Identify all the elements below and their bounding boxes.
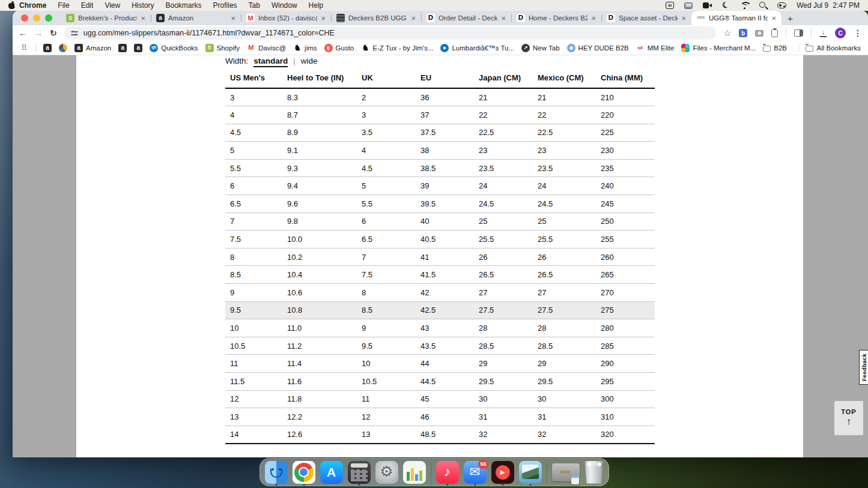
width-options: standard|wide bbox=[253, 56, 317, 67]
menu-item-view[interactable]: View bbox=[105, 1, 120, 10]
menu-item-history[interactable]: History bbox=[132, 1, 154, 10]
menu-item-bookmarks[interactable]: Bookmarks bbox=[166, 1, 202, 10]
apps-grid-icon[interactable] bbox=[20, 44, 28, 52]
bi-app-icon[interactable] bbox=[666, 2, 674, 9]
minimize-window-button[interactable] bbox=[33, 14, 40, 22]
tab-strip: SBrekken's - Products - UGG®×aAmazon×MIn… bbox=[13, 11, 868, 25]
video-camera-icon[interactable] bbox=[703, 2, 712, 8]
dock-system-settings[interactable] bbox=[375, 461, 398, 484]
side-panel-icon[interactable] bbox=[794, 29, 803, 37]
bookmark-star-icon[interactable] bbox=[723, 28, 731, 38]
dock-app-store[interactable] bbox=[320, 461, 343, 484]
bookmark-item[interactable]: qbQuickBooks bbox=[150, 44, 198, 52]
bookmark-item[interactable] bbox=[59, 44, 67, 52]
dock-preview[interactable] bbox=[519, 461, 542, 484]
dock-mail[interactable]: 56 bbox=[464, 461, 487, 484]
bookmark-item[interactable]: ♞E-Z Tux - by Jim's... bbox=[361, 44, 433, 52]
bookmark-item[interactable]: SShopify bbox=[205, 44, 240, 52]
feedback-tab[interactable]: Feedback bbox=[859, 350, 868, 385]
tab-close-icon[interactable]: × bbox=[321, 14, 326, 23]
back-icon[interactable] bbox=[19, 29, 27, 37]
bookmark-item[interactable]: a bbox=[118, 44, 127, 52]
width-option-wide[interactable]: wide bbox=[301, 56, 318, 65]
bookmark-item[interactable]: Lumbardiâ€™s Tu... bbox=[440, 44, 514, 52]
dock-finder[interactable] bbox=[265, 461, 288, 484]
back-to-top-button[interactable]: TOP bbox=[834, 401, 863, 435]
newtab-favicon: ↗ bbox=[521, 44, 530, 52]
dock-screen-recorder[interactable] bbox=[491, 461, 514, 484]
apple-menu-icon[interactable] bbox=[8, 1, 16, 10]
tab-close-icon[interactable]: × bbox=[411, 14, 416, 23]
dock-minimized-window[interactable] bbox=[552, 463, 580, 481]
browser-tab[interactable]: aAmazon× bbox=[151, 11, 241, 25]
camera-extension-icon[interactable] bbox=[755, 30, 763, 37]
bookmark-item[interactable]: B2B bbox=[763, 44, 787, 52]
size-cell: 7 bbox=[225, 212, 282, 230]
all-bookmarks[interactable]: All Bookmarks bbox=[798, 44, 861, 52]
tab-title: UGG® Tasman II for Men | UG bbox=[709, 14, 768, 22]
browser-tab[interactable]: DSpace asset - Deckers Asset× bbox=[601, 11, 691, 25]
downloads-icon[interactable] bbox=[819, 29, 827, 37]
site-settings-icon[interactable] bbox=[71, 30, 78, 37]
bookmark-item[interactable]: a bbox=[43, 44, 52, 52]
dock-chrome[interactable] bbox=[293, 461, 315, 484]
search-icon[interactable] bbox=[759, 2, 767, 10]
dock-music[interactable] bbox=[436, 461, 459, 484]
address-bar[interactable]: ugg.com/men-slippers/tasman-ii/1174671.h… bbox=[64, 26, 717, 40]
tab-close-icon[interactable]: × bbox=[231, 14, 235, 23]
tab-close-icon[interactable]: × bbox=[681, 14, 686, 23]
bookmark-item[interactable]: ♞jims bbox=[293, 44, 317, 52]
menu-item-tab[interactable]: Tab bbox=[249, 1, 260, 10]
tab-close-icon[interactable]: × bbox=[501, 14, 506, 23]
dock-trash[interactable] bbox=[584, 461, 604, 484]
clipboard-extension-icon[interactable] bbox=[771, 29, 778, 37]
size-cell: 6.5 bbox=[357, 230, 416, 249]
size-cell: 28 bbox=[474, 319, 533, 337]
menu-item-chrome[interactable]: Chrome bbox=[19, 1, 46, 10]
tab-close-icon[interactable]: × bbox=[141, 14, 145, 23]
b-extension-icon[interactable] bbox=[739, 29, 747, 37]
dock-calculator[interactable] bbox=[348, 461, 371, 484]
running-indicator bbox=[502, 484, 503, 486]
browser-tab[interactable]: SBrekken's - Products - UGG®× bbox=[61, 11, 151, 25]
size-cell: 13 bbox=[225, 408, 282, 426]
bookmark-item[interactable]: MDavisc@ bbox=[247, 44, 286, 52]
menu-item-help[interactable]: Help bbox=[309, 1, 324, 10]
close-window-button[interactable] bbox=[21, 14, 28, 22]
display-icon[interactable] bbox=[684, 2, 693, 9]
bookmark-item[interactable]: Files - Merchant M... bbox=[681, 44, 756, 52]
size-cell: 5.5 bbox=[225, 159, 282, 177]
forward-icon[interactable] bbox=[34, 29, 43, 37]
size-cell: 7.5 bbox=[357, 266, 416, 284]
moon-icon[interactable] bbox=[722, 2, 730, 10]
bookmark-item[interactable]: skMM Elite bbox=[636, 44, 675, 52]
menu-kebab-icon[interactable] bbox=[854, 28, 862, 38]
bookmark-item[interactable]: ↗New Tab bbox=[521, 44, 560, 52]
browser-tab[interactable]: UGGUGG® Tasman II for Men | UG× bbox=[691, 11, 782, 25]
wifi-icon[interactable] bbox=[740, 2, 749, 9]
tab-close-icon[interactable]: × bbox=[591, 14, 596, 23]
size-cell: 36 bbox=[416, 88, 474, 106]
browser-tab[interactable]: DOrder Detail - Deckers B2B O× bbox=[421, 11, 511, 25]
bookmark-item[interactable]: a bbox=[134, 44, 142, 52]
reload-icon[interactable] bbox=[50, 29, 57, 37]
browser-tab[interactable]: MInbox (52) - davisc@brekken× bbox=[241, 11, 331, 25]
browser-tab[interactable]: DHome - Deckers B2B Order C× bbox=[511, 11, 601, 25]
browser-tab[interactable]: Deckers B2B UGG US Portal× bbox=[331, 11, 421, 25]
menu-clock[interactable]: Wed Jul 9 2:47 PM bbox=[797, 1, 860, 10]
menu-item-edit[interactable]: Edit bbox=[81, 1, 94, 10]
size-column-header: China (MM) bbox=[596, 71, 655, 88]
menu-item-file[interactable]: File bbox=[58, 1, 69, 10]
bookmark-item[interactable]: gGusto bbox=[324, 44, 354, 52]
tab-close-icon[interactable]: × bbox=[771, 14, 776, 23]
menu-item-window[interactable]: Window bbox=[272, 1, 297, 10]
profile-avatar[interactable]: C bbox=[835, 28, 846, 38]
bookmark-item[interactable]: aAmazon bbox=[74, 44, 111, 52]
bookmark-item[interactable]: HEY DUDE B2B bbox=[567, 44, 629, 52]
fullscreen-window-button[interactable] bbox=[45, 14, 52, 22]
control-center-icon[interactable] bbox=[777, 2, 786, 8]
menu-item-profiles[interactable]: Profiles bbox=[213, 1, 237, 10]
new-tab-button[interactable]: + bbox=[788, 14, 793, 23]
dock-numbers[interactable] bbox=[403, 461, 426, 484]
width-option-standard[interactable]: standard bbox=[253, 56, 288, 67]
